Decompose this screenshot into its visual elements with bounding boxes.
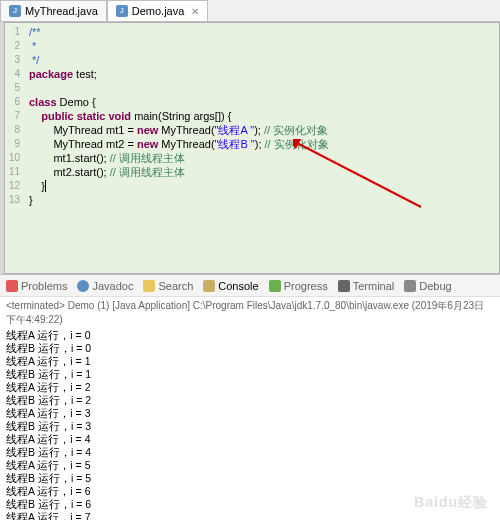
code-line[interactable]: mt1.start(); // 调用线程主体 xyxy=(29,151,499,165)
console-line: 线程A 运行，i = 3 xyxy=(6,407,494,420)
view-label: Javadoc xyxy=(92,280,133,292)
problems-icon xyxy=(6,280,18,292)
console-line: 线程A 运行，i = 7 xyxy=(6,511,494,520)
view-label: Search xyxy=(158,280,193,292)
view-tab-search[interactable]: Search xyxy=(143,280,193,292)
code-line[interactable]: } xyxy=(29,193,499,207)
editor-wrap: 12345678910111213 /** * */package test;c… xyxy=(0,22,500,274)
code-line[interactable]: } xyxy=(29,179,499,193)
console-line: 线程A 运行，i = 2 xyxy=(6,381,494,394)
console-line: 线程B 运行，i = 5 xyxy=(6,472,494,485)
view-tab-javadoc[interactable]: Javadoc xyxy=(77,280,133,292)
console-line: 线程B 运行，i = 3 xyxy=(6,420,494,433)
view-tab-problems[interactable]: Problems xyxy=(6,280,67,292)
code-line[interactable]: * xyxy=(29,39,499,53)
bottom-view-tabs: ProblemsJavadocSearchConsoleProgressTerm… xyxy=(0,274,500,296)
view-tab-progress[interactable]: Progress xyxy=(269,280,328,292)
tab-label: Demo.java xyxy=(132,5,185,17)
console-line: 线程B 运行，i = 4 xyxy=(6,446,494,459)
code-line[interactable] xyxy=(29,81,499,95)
view-tab-debug[interactable]: Debug xyxy=(404,280,451,292)
line-gutter: 12345678910111213 xyxy=(5,23,23,273)
java-file-icon: J xyxy=(9,5,21,17)
debug-icon xyxy=(404,280,416,292)
code-line[interactable]: MyThread mt2 = new MyThread("线程B "); // … xyxy=(29,137,499,151)
console-line: 线程B 运行，i = 1 xyxy=(6,368,494,381)
editor-tab[interactable]: JDemo.java✕ xyxy=(107,0,209,21)
view-label: Debug xyxy=(419,280,451,292)
java-file-icon: J xyxy=(116,5,128,17)
code-line[interactable]: */ xyxy=(29,53,499,67)
tab-label: MyThread.java xyxy=(25,5,98,17)
console-line: 线程A 运行，i = 4 xyxy=(6,433,494,446)
code-line[interactable]: package test; xyxy=(29,67,499,81)
view-label: Terminal xyxy=(353,280,395,292)
console-header: <terminated> Demo (1) [Java Application]… xyxy=(0,296,500,329)
code-line[interactable]: public static void main(String args[]) { xyxy=(29,109,499,123)
javadoc-icon xyxy=(77,280,89,292)
console-output[interactable]: 线程A 运行，i = 0线程B 运行，i = 0线程A 运行，i = 1线程B … xyxy=(0,329,500,520)
console-line: 线程A 运行，i = 5 xyxy=(6,459,494,472)
console-line: 线程B 运行，i = 2 xyxy=(6,394,494,407)
console-line: 线程A 运行，i = 1 xyxy=(6,355,494,368)
close-icon[interactable]: ✕ xyxy=(191,6,199,17)
view-label: Problems xyxy=(21,280,67,292)
code-line[interactable]: class Demo { xyxy=(29,95,499,109)
code-line[interactable]: MyThread mt1 = new MyThread("线程A "); // … xyxy=(29,123,499,137)
view-tab-console[interactable]: Console xyxy=(203,280,258,292)
console-line: 线程B 运行，i = 0 xyxy=(6,342,494,355)
code-editor[interactable]: 12345678910111213 /** * */package test;c… xyxy=(4,22,500,274)
watermark: Baidu经验 xyxy=(414,494,488,512)
console-icon xyxy=(203,280,215,292)
search-icon xyxy=(143,280,155,292)
editor-tabs: JMyThread.javaJDemo.java✕ xyxy=(0,0,500,22)
view-label: Progress xyxy=(284,280,328,292)
code-area[interactable]: /** * */package test;class Demo { public… xyxy=(23,23,499,273)
code-line[interactable]: mt2.start(); // 调用线程主体 xyxy=(29,165,499,179)
view-label: Console xyxy=(218,280,258,292)
console-line: 线程A 运行，i = 0 xyxy=(6,329,494,342)
view-tab-terminal[interactable]: Terminal xyxy=(338,280,395,292)
progress-icon xyxy=(269,280,281,292)
code-line[interactable]: /** xyxy=(29,25,499,39)
terminal-icon xyxy=(338,280,350,292)
editor-tab[interactable]: JMyThread.java xyxy=(0,0,107,21)
